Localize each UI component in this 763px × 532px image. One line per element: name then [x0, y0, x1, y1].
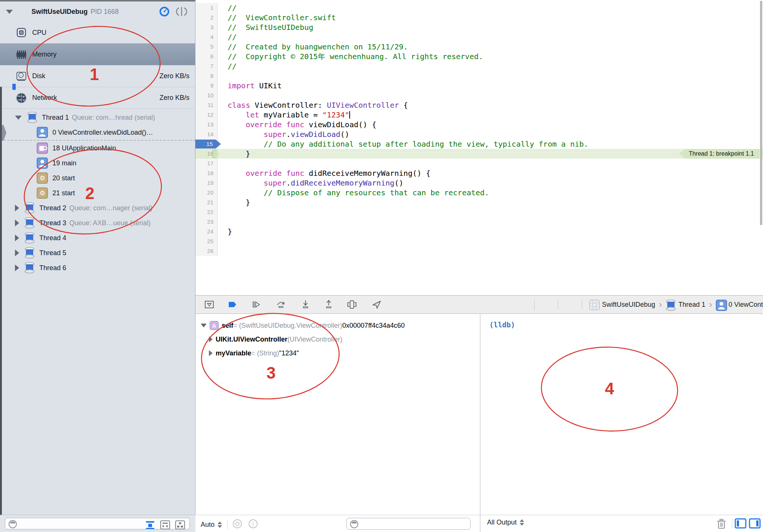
chevron-icon: › [709, 296, 712, 314]
output-stepper-icon[interactable] [520, 519, 524, 526]
navigator-bottom-bar [0, 515, 195, 532]
variable-name: UIKit.UIViewController [216, 336, 288, 343]
view-mode-byqueue-button[interactable] [159, 519, 171, 532]
gauge-profile-icon[interactable] [159, 6, 170, 19]
disclosure-triangle-icon[interactable] [15, 235, 19, 241]
simulate-location-button[interactable] [371, 299, 383, 310]
hide-debug-area-button[interactable] [203, 299, 215, 310]
clear-console-trash-icon[interactable] [716, 518, 727, 531]
disclosure-triangle-icon[interactable] [15, 220, 19, 226]
stack-frame-label: 0 ViewController.viewDidLoad()… [52, 129, 153, 137]
stack-frame-row[interactable]: 19 main [0, 156, 195, 171]
jumpbar-item[interactable]: Thread 1 [678, 301, 705, 309]
divider [227, 520, 228, 529]
code-line-24: 24} [195, 227, 763, 236]
code-line-23: 23 [195, 217, 763, 227]
variable-row[interactable]: myVariable = (String) "1234" [209, 348, 299, 359]
toggle-variables-pane-icon[interactable] [735, 518, 747, 531]
jumpbar-item[interactable]: SwiftUseUIDebug [602, 301, 655, 309]
code-text: override func didReceiveMemoryWarning() … [228, 168, 431, 178]
thread-row[interactable]: Thread 3Queue: AXB…ueue (serial) [0, 215, 195, 230]
thread-row[interactable]: Thread 2Queue: com…nager (serial) [0, 201, 195, 215]
line-number: 24 [195, 227, 218, 236]
console-view[interactable]: (lldb) All Output [480, 314, 763, 532]
source-editor[interactable]: 1//2// ViewController.swift3// SwiftUseU… [195, 0, 763, 295]
quicklook-eye-icon[interactable] [232, 519, 243, 531]
thread-row[interactable]: Thread 6 [0, 260, 195, 275]
process-row[interactable]: SwiftUseUIDebug PID 1668 [0, 2, 195, 21]
disclosure-triangle-icon[interactable] [15, 265, 19, 271]
disclosure-triangle-icon[interactable] [209, 350, 213, 356]
output-selector[interactable]: All Output [487, 519, 517, 526]
gauge-label: Memory [32, 51, 57, 58]
disclosure-triangle-icon[interactable] [6, 10, 13, 14]
disclosure-triangle-icon[interactable] [209, 336, 213, 342]
thread-row[interactable]: Thread 4 [0, 230, 195, 245]
gauge-row-network[interactable]: NetworkZero KB/s [0, 87, 195, 108]
code-text: class ViewController: UIViewController { [228, 100, 408, 110]
thread-row[interactable]: Thread 5 [0, 245, 195, 260]
split-editor-icon[interactable] [175, 6, 189, 19]
debug-navigator: SwiftUseUIDebug PID 1668 CPUMemoryDiskZe… [0, 0, 195, 532]
view-mode-bythread-button[interactable] [174, 519, 186, 532]
thread-list: Thread 1Queue: com…hread (serial)0 ViewC… [0, 110, 195, 275]
stack-frame-row[interactable]: ⚙20 start [0, 171, 195, 186]
code-text: // Dispose of any resources that can be … [228, 188, 489, 198]
execution-pointer-icon [213, 150, 219, 158]
debug-bar: SwiftUseUIDebug›Thread 1›0 ViewControlle… [195, 295, 763, 314]
stack-frame-row[interactable]: ⚙21 start [0, 186, 195, 201]
gauge-list: CPUMemoryDiskZero KB/sNetworkZero KB/s [0, 22, 195, 108]
swift-type-icon: A [210, 321, 219, 330]
thread-row[interactable]: Thread 1Queue: com…hread (serial) [0, 110, 195, 125]
view-mode-plain-button[interactable] [145, 519, 156, 532]
line-number: 19 [195, 178, 218, 188]
variable-type: = (SwiftUseUIDebug.ViewController) [233, 322, 342, 330]
breakpoints-button[interactable] [227, 299, 238, 310]
gauge-row-disk[interactable]: DiskZero KB/s [0, 65, 195, 87]
step-over-button[interactable] [275, 299, 287, 310]
continue-button[interactable] [251, 299, 263, 310]
thread-queue: Queue: com…nager (serial) [69, 204, 152, 212]
disclosure-triangle-icon[interactable] [15, 116, 22, 120]
line-number: 2 [195, 13, 218, 22]
variables-filter-field[interactable] [346, 518, 471, 530]
process-name: SwiftUseUIDebug [31, 8, 88, 16]
line-number: 12 [195, 110, 218, 120]
disclosure-triangle-icon[interactable] [15, 250, 19, 256]
line-number: 9 [195, 81, 218, 91]
variable-row[interactable]: UIKit.UIViewController (UIViewController… [209, 334, 342, 345]
disclosure-triangle-icon[interactable] [201, 324, 207, 327]
toggle-console-pane-icon[interactable] [749, 518, 761, 531]
scope-selector[interactable]: Auto [201, 521, 215, 529]
thread-filter-field[interactable] [5, 518, 190, 529]
stack-frame-label: 20 start [52, 174, 75, 182]
code-text: } [228, 149, 250, 159]
disk-activity-bar [12, 84, 16, 90]
scope-stepper-icon[interactable] [218, 522, 222, 528]
variables-view[interactable]: Aself = (SwiftUseUIDebug.ViewController)… [195, 314, 480, 532]
stack-frame-row[interactable]: 18 UIApplicationMain [0, 141, 195, 156]
editor-scrollbar[interactable] [760, 1, 762, 225]
variable-row[interactable]: Aself = (SwiftUseUIDebug.ViewController)… [201, 320, 405, 331]
mug-icon [37, 143, 48, 154]
line-number: 6 [195, 52, 218, 61]
variable-value: 0x00007ff4c34a4c60 [342, 322, 405, 330]
code-text: // ViewController.swift [228, 13, 336, 22]
view-hierarchy-button[interactable] [346, 299, 358, 310]
info-icon[interactable]: i [248, 519, 258, 531]
stack-frame-row[interactable]: 0 ViewController.viewDidLoad()… [0, 125, 195, 141]
gauge-value: Zero KB/s [159, 72, 189, 80]
variable-name: myVariable [216, 349, 251, 357]
code-line-6: 6// Copyright © 2015年 wenchenhuang. All … [195, 52, 763, 61]
step-out-button[interactable] [323, 299, 335, 310]
jumpbar-item[interactable]: 0 ViewController.viewDidLoad() -> () [729, 301, 763, 309]
stack-frame-label: 21 start [52, 189, 75, 197]
text-cursor [349, 111, 350, 119]
gauge-row-memory[interactable]: Memory [0, 43, 195, 65]
step-into-button[interactable] [300, 299, 311, 310]
gauge-row-cpu[interactable]: CPU [0, 22, 195, 43]
disclosure-triangle-icon[interactable] [15, 205, 19, 211]
code-line-9: 9import UIKit [195, 81, 763, 91]
breakpoint-marker[interactable]: 15 [195, 140, 221, 149]
cpu-icon [15, 26, 28, 39]
